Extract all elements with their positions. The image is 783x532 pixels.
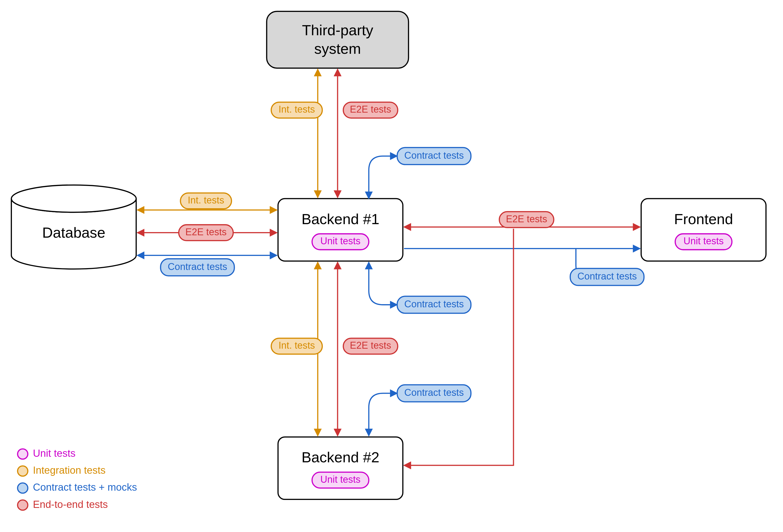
label-contract-right: Contract tests <box>570 269 644 285</box>
frontend-title: Frontend <box>674 211 733 227</box>
svg-text:Int. tests: Int. tests <box>188 195 224 206</box>
svg-text:Int. tests: Int. tests <box>278 340 315 351</box>
label-contract-b1-bot: Contract tests <box>397 296 471 313</box>
label-contract-left: Contract tests <box>160 259 234 276</box>
node-third-party: Third-party system <box>267 11 409 68</box>
svg-rect-4 <box>278 437 403 499</box>
label-int-mid: Int. tests <box>271 338 322 354</box>
svg-rect-0 <box>267 11 409 68</box>
edge-e2e-frontend-backend2 <box>404 229 513 465</box>
legend-label-int: Integration tests <box>33 464 105 476</box>
svg-point-1 <box>11 185 136 212</box>
label-contract-top: Contract tests <box>397 148 471 164</box>
node-frontend: Frontend Unit tests <box>641 199 766 261</box>
backend-2-unit-label: Unit tests <box>320 474 361 485</box>
svg-rect-2 <box>278 199 403 261</box>
third-party-title-1: Third-party <box>302 22 373 38</box>
svg-text:Contract tests: Contract tests <box>404 150 464 161</box>
legend-label-contract: Contract tests + mocks <box>33 481 137 493</box>
backend-1-title: Backend #1 <box>302 211 379 227</box>
legend-swatch-unit <box>18 449 28 459</box>
diagram-canvas: Third-party system Database Backend #1 U… <box>0 0 783 532</box>
label-int-left: Int. tests <box>180 193 231 209</box>
database-title: Database <box>42 224 105 241</box>
legend-swatch-e2e <box>18 500 28 510</box>
label-contract-b2-top: Contract tests <box>397 385 471 402</box>
third-party-title-2: system <box>314 40 361 57</box>
frontend-unit-label: Unit tests <box>683 236 724 246</box>
svg-text:Contract tests: Contract tests <box>404 299 464 309</box>
svg-text:Int. tests: Int. tests <box>278 104 315 115</box>
legend-swatch-int <box>18 466 28 476</box>
svg-text:Contract tests: Contract tests <box>404 387 464 398</box>
label-e2e-top: E2E tests <box>343 102 398 118</box>
node-backend-2: Backend #2 Unit tests <box>278 437 403 499</box>
legend-label-unit: Unit tests <box>33 447 75 459</box>
svg-text:E2E tests: E2E tests <box>350 104 391 115</box>
label-e2e-left: E2E tests <box>179 225 233 241</box>
node-database: Database <box>11 185 136 269</box>
legend-label-e2e: End-to-end tests <box>33 499 108 510</box>
backend-2-title: Backend #2 <box>302 449 379 466</box>
svg-text:E2E tests: E2E tests <box>506 214 547 224</box>
node-backend-1: Backend #1 Unit tests <box>278 199 403 261</box>
svg-text:Contract tests: Contract tests <box>577 271 637 282</box>
svg-text:E2E tests: E2E tests <box>350 340 391 351</box>
legend: Unit tests Integration tests Contract te… <box>18 447 137 510</box>
svg-text:Contract tests: Contract tests <box>168 261 227 272</box>
edge-contract-backend1-top <box>369 156 397 199</box>
label-int-top: Int. tests <box>271 102 322 118</box>
label-e2e-mid: E2E tests <box>343 338 398 354</box>
label-e2e-right: E2E tests <box>499 212 554 227</box>
edge-contract-backend2-top <box>369 393 397 436</box>
legend-swatch-contract <box>18 483 28 493</box>
svg-rect-6 <box>641 199 766 261</box>
edge-contract-backend1-bottom <box>369 262 397 305</box>
backend-1-unit-label: Unit tests <box>320 236 361 246</box>
svg-text:E2E tests: E2E tests <box>185 226 227 238</box>
